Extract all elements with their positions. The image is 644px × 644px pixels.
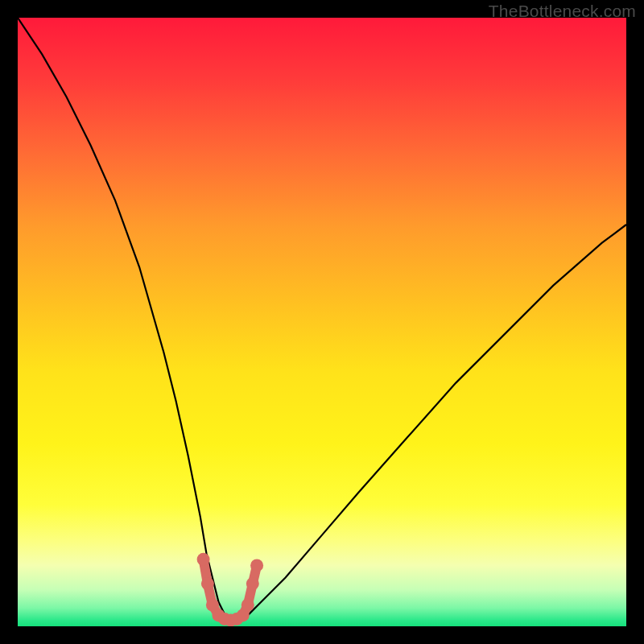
bottleneck-curve-path bbox=[18, 18, 626, 620]
optimal-range-markers bbox=[197, 553, 264, 626]
optimal-range-marker bbox=[197, 553, 210, 566]
optimal-range-marker bbox=[250, 559, 263, 572]
chart-frame: TheBottleneck.com bbox=[0, 0, 644, 644]
optimal-range-marker bbox=[201, 577, 214, 590]
curve-layer bbox=[18, 18, 626, 626]
optimal-range-marker bbox=[246, 577, 259, 590]
watermark-text: TheBottleneck.com bbox=[489, 2, 636, 21]
plot-area bbox=[18, 18, 626, 626]
bottleneck-curve bbox=[18, 18, 626, 620]
optimal-range-marker bbox=[242, 599, 254, 612]
